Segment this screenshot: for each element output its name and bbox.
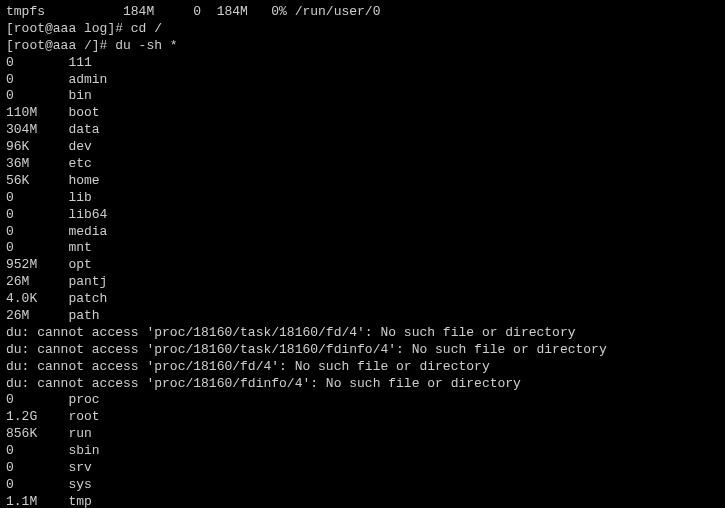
du-output-line: 56K home [6, 173, 719, 190]
du-output-line: 96K dev [6, 139, 719, 156]
du-error-line: du: cannot access 'proc/18160/task/18160… [6, 342, 719, 359]
du-output-line: 0 111 [6, 55, 719, 72]
du-error-line: du: cannot access 'proc/18160/task/18160… [6, 325, 719, 342]
du-output-line: 856K run [6, 426, 719, 443]
du-output-line: 26M path [6, 308, 719, 325]
du-output-line: 1.2G root [6, 409, 719, 426]
du-output-line: 0 bin [6, 88, 719, 105]
du-output-line: 0 sys [6, 477, 719, 494]
du-output-line: 0 lib [6, 190, 719, 207]
du-output-line: 0 media [6, 224, 719, 241]
prompt-line: [root@aaa /]# du -sh * [6, 38, 719, 55]
du-output-line: 0 proc [6, 392, 719, 409]
du-output-line: 36M etc [6, 156, 719, 173]
du-output-line: 304M data [6, 122, 719, 139]
du-output-line: 4.0K patch [6, 291, 719, 308]
terminal-output[interactable]: tmpfs 184M 0 184M 0% /run/user/0[root@aa… [6, 4, 719, 508]
du-output-line: 0 lib64 [6, 207, 719, 224]
du-output-line: 1.1M tmp [6, 494, 719, 508]
prompt-line: [root@aaa log]# cd / [6, 21, 719, 38]
du-error-line: du: cannot access 'proc/18160/fd/4': No … [6, 359, 719, 376]
du-output-line: 110M boot [6, 105, 719, 122]
du-output-line: 0 mnt [6, 240, 719, 257]
partial-output-line: tmpfs 184M 0 184M 0% /run/user/0 [6, 4, 719, 21]
du-error-line: du: cannot access 'proc/18160/fdinfo/4':… [6, 376, 719, 393]
du-output-line: 26M pantj [6, 274, 719, 291]
du-output-line: 0 srv [6, 460, 719, 477]
du-output-line: 0 sbin [6, 443, 719, 460]
du-output-line: 952M opt [6, 257, 719, 274]
du-output-line: 0 admin [6, 72, 719, 89]
